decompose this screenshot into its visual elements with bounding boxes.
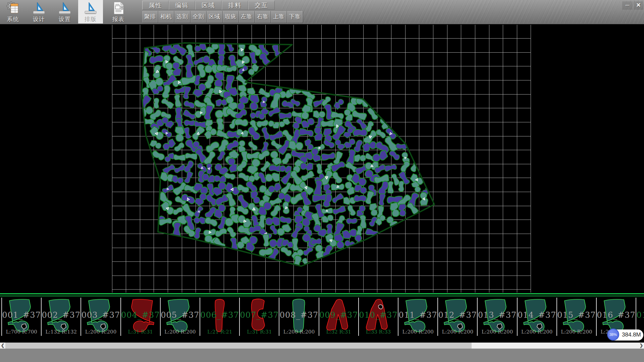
piece-thumbnail-003_#37[interactable]: 003_#37L:200 R:200 xyxy=(80,298,120,336)
app-tab-label: 设计 xyxy=(26,15,51,23)
app-tab-report-document[interactable]: 报表 xyxy=(106,0,131,23)
scrollbar-thumb[interactable] xyxy=(5,343,472,349)
tool-button-1[interactable]: 聚排 xyxy=(142,11,158,22)
piece-lr-count-label: L:31 R:31 xyxy=(240,329,279,335)
tool-button-10[interactable]: 下靠 xyxy=(287,11,303,22)
piece-thumbnail-014_#37[interactable]: 014_#37L:200 R:200 xyxy=(517,298,556,336)
app-tab-system-gear[interactable]: 系统 xyxy=(1,0,25,23)
filmstrip-accent-line xyxy=(0,293,644,294)
piece-lr-count-label: L:32 R:31 xyxy=(319,329,358,335)
menu-tab-3[interactable]: 区域 xyxy=(195,1,222,10)
menu-tab-2[interactable]: 编辑 xyxy=(169,1,195,10)
piece-id-label: 001_#37 xyxy=(2,310,41,320)
piece-lr-count-label: L:200 R:200 xyxy=(518,329,556,335)
piece-id-label: 010_#37 xyxy=(359,310,398,320)
piece-id-label: 008_#37 xyxy=(279,310,318,320)
piece-id-label: 005_#37 xyxy=(161,310,200,320)
app-tab-label: 系统 xyxy=(1,15,25,23)
piece-id-label: 012_#37 xyxy=(438,310,477,320)
horizontal-scrollbar[interactable]: ❮ ❯ xyxy=(0,343,644,349)
piece-id-label: 011_#37 xyxy=(398,310,437,320)
piece-thumbnail-006_#37[interactable]: 006_#37L:21 R:21 xyxy=(200,298,239,336)
piece-thumbnail-015_#37[interactable]: 015_#37L:200 R:200 xyxy=(556,298,596,336)
piece-lr-count-label: L:33 R:33 xyxy=(359,329,398,335)
piece-lr-count-label: L:200 R:200 xyxy=(438,329,477,335)
progress-percent-badge: 38% xyxy=(607,328,619,341)
piece-id-label: 014_#37 xyxy=(518,310,556,320)
piece-thumbnail-001_#37[interactable]: 001_#37L:700 R:700 xyxy=(1,298,41,336)
app-tab-settings-ruler[interactable]: 设置 xyxy=(52,0,77,23)
piece-filmstrip: 001_#37L:700 R:700002_#37L:132 R:132003_… xyxy=(0,293,644,343)
piece-thumbnail-008_#37[interactable]: 008_#37L:200 R:200 xyxy=(279,298,318,336)
piece-id-label: 002_#37 xyxy=(42,310,80,320)
report-document-icon xyxy=(111,1,125,15)
menu-tab-1[interactable]: 属性 xyxy=(142,1,169,10)
scroll-right-icon[interactable]: ❯ xyxy=(639,343,644,349)
piece-lr-count-label: L:200 R:200 xyxy=(478,329,517,335)
tool-button-7[interactable]: 左靠 xyxy=(239,11,254,22)
piece-thumbnail-013_#37[interactable]: 013_#37L:200 R:200 xyxy=(477,298,517,336)
tool-button-9[interactable]: 上靠 xyxy=(271,11,286,22)
piece-thumbnail-011_#37[interactable]: 011_#37L:200 R:200 xyxy=(398,298,437,336)
piece-id-label: 007_#37 xyxy=(240,310,279,320)
app-tab-design-ruler[interactable]: 设计 xyxy=(26,0,51,23)
piece-id-label: 013_#37 xyxy=(478,310,517,320)
app-tab-label: 排版 xyxy=(78,15,103,23)
piece-lr-count-label: L:21 R:21 xyxy=(200,329,239,335)
memory-value: 384.8M xyxy=(622,331,641,338)
menu-tab-5[interactable]: 交互 xyxy=(248,1,275,10)
piece-id-label: 017_#37 xyxy=(636,310,644,320)
filmstrip-accent-line-2 xyxy=(0,296,644,296)
piece-thumbnail-list: 001_#37L:700 R:700002_#37L:132 R:132003_… xyxy=(0,298,644,336)
app-tab-label: 设置 xyxy=(52,15,77,23)
scroll-left-icon[interactable]: ❮ xyxy=(0,343,5,349)
toolbar-texture xyxy=(282,0,644,23)
app-tab-label: 报表 xyxy=(106,15,131,23)
piece-lr-count-label: L:200 R:200 xyxy=(161,329,200,335)
piece-thumbnail-007_#37[interactable]: 007_#37L:31 R:31 xyxy=(239,298,279,336)
tool-button-3[interactable]: 选割 xyxy=(174,11,190,22)
minimize-button[interactable]: ─ xyxy=(622,1,633,10)
piece-lr-count-label: L:200 R:200 xyxy=(557,329,596,335)
piece-thumbnail-002_#37[interactable]: 002_#37L:132 R:132 xyxy=(41,298,80,336)
menu-tab-4[interactable]: 排料 xyxy=(222,1,248,10)
piece-id-label: 004_#37 xyxy=(121,310,160,320)
piece-thumbnail-005_#37[interactable]: 005_#37L:200 R:200 xyxy=(160,298,200,336)
nesting-ruler-icon xyxy=(84,1,98,15)
piece-id-label: 015_#37 xyxy=(557,310,596,320)
piece-id-label: 003_#37 xyxy=(81,310,120,320)
design-ruler-icon xyxy=(32,1,46,15)
hide-nesting-view[interactable] xyxy=(112,24,531,293)
close-button[interactable]: ✕ xyxy=(634,1,643,10)
piece-id-label: 006_#37 xyxy=(200,310,239,320)
tool-button-8[interactable]: 右靠 xyxy=(255,11,270,22)
piece-lr-count-label: L:200 R:200 xyxy=(279,329,318,335)
status-strip xyxy=(0,349,644,362)
piece-thumbnail-004_#37[interactable]: 004_#37L:31 R:31 xyxy=(120,298,160,336)
app-tab-nesting-ruler[interactable]: 排版 xyxy=(78,0,103,23)
nesting-canvas[interactable] xyxy=(112,24,531,293)
piece-thumbnail-010_#37[interactable]: 010_#37L:33 R:33 xyxy=(358,298,398,336)
piece-lr-count-label: L:200 R:200 xyxy=(398,329,437,335)
settings-ruler-icon xyxy=(58,1,72,15)
piece-lr-count-label: L:31 R:31 xyxy=(121,329,160,335)
piece-lr-count-label: L:132 R:132 xyxy=(42,329,80,335)
piece-id-label: 016_#37 xyxy=(597,310,636,320)
tool-button-4[interactable]: 全割 xyxy=(191,11,206,22)
tool-button-2[interactable]: 相机 xyxy=(158,11,174,22)
piece-lr-count-label: L:200 R:200 xyxy=(81,329,120,335)
piece-lr-count-label: L:700 R:700 xyxy=(2,329,41,335)
piece-thumbnail-012_#37[interactable]: 012_#37L:200 R:200 xyxy=(437,298,477,336)
system-gear-icon xyxy=(6,1,20,15)
tool-button-5[interactable]: 区域 xyxy=(207,11,222,22)
title-toolbar: 系统 设计 设置 排版 报表 属性编辑区域排料交互 聚排相机选割全割区域瑕疵左靠… xyxy=(0,0,644,25)
tool-button-6[interactable]: 瑕疵 xyxy=(223,11,238,22)
piece-thumbnail-009_#37[interactable]: 009_#37L:32 R:31 xyxy=(319,298,358,336)
piece-id-label: 009_#37 xyxy=(319,310,358,320)
